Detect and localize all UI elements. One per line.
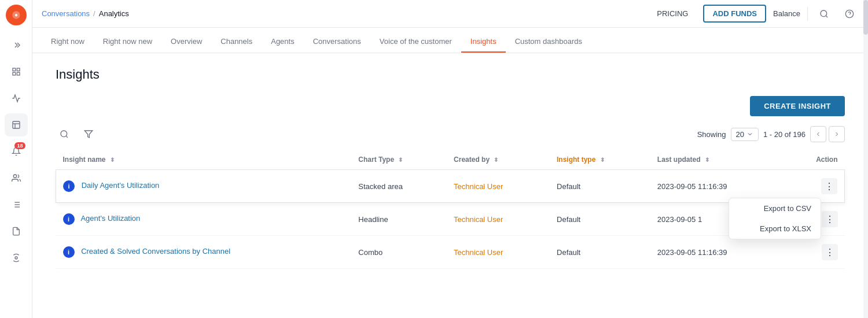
topbar-divider (807, 7, 808, 21)
row1-action-button[interactable]: ⋮ (821, 178, 837, 194)
svg-marker-23 (84, 131, 92, 138)
sidebar-item-settings[interactable] (5, 246, 28, 269)
svg-line-18 (826, 16, 827, 17)
svg-point-21 (61, 131, 67, 137)
app-logo[interactable]: ● (6, 5, 27, 25)
tab-channels[interactable]: Channels (211, 31, 262, 53)
action-bar: CREATE INSIGHT (56, 96, 845, 116)
row3-action-button[interactable]: ⋮ (822, 244, 838, 260)
sidebar-item-log[interactable] (5, 220, 28, 243)
prev-page-button[interactable] (810, 126, 826, 142)
sidebar-item-list[interactable] (5, 193, 28, 216)
left-sidebar: ● 18 (0, 0, 32, 318)
table-row: i Daily Agent's Utilization Stacked area… (56, 170, 845, 203)
tab-overview[interactable]: Overview (161, 31, 211, 53)
svg-text:●: ● (14, 12, 17, 18)
row1-insight-name-link[interactable]: Daily Agent's Utilization (82, 181, 160, 190)
topbar: Conversations / Analytics PRICING ADD FU… (32, 0, 868, 28)
svg-rect-4 (13, 72, 16, 75)
export-csv-item[interactable]: Export to CSV (729, 198, 821, 219)
breadcrumb-conversations[interactable]: Conversations (42, 9, 90, 18)
svg-rect-5 (17, 72, 20, 75)
breadcrumb: Conversations / Analytics (42, 9, 129, 18)
sort-chart-type-icon: ⬍ (398, 157, 403, 163)
tab-conversations[interactable]: Conversations (304, 31, 370, 53)
sidebar-item-grid[interactable] (5, 60, 28, 83)
svg-rect-2 (13, 68, 16, 71)
svg-point-9 (13, 175, 16, 178)
row1-insight-type: Default (550, 170, 650, 203)
showing-label: Showing (697, 130, 726, 139)
sidebar-item-notifications[interactable]: 18 (5, 140, 28, 163)
page-title: Insights (56, 67, 845, 82)
svg-rect-3 (17, 68, 20, 71)
help-button[interactable] (840, 5, 859, 23)
sidebar-item-reports[interactable] (5, 113, 28, 136)
create-insight-button[interactable]: CREATE INSIGHT (750, 96, 845, 116)
pagination-buttons (810, 126, 845, 142)
svg-point-17 (821, 10, 827, 17)
tab-right-now-new[interactable]: Right now new (94, 31, 161, 53)
col-created-by[interactable]: Created by ⬍ (447, 150, 550, 170)
showing-select[interactable]: 20 (731, 128, 759, 141)
row1-chart-type: Stacked area (351, 170, 447, 203)
table-row: i Agent's Utilization Headline Technical… (56, 203, 845, 236)
tab-agents[interactable]: Agents (262, 31, 303, 53)
sidebar-item-inbox[interactable] (5, 87, 28, 110)
sidebar-item-users[interactable] (5, 167, 28, 190)
filter-right: Showing 20 1 - 20 of 196 (697, 126, 845, 142)
nav-tabs: Right now Right now new Overview Channel… (32, 28, 868, 53)
content-area: Insights CREATE INSIGHT Showing (32, 53, 868, 318)
balance-label: Balance (773, 9, 800, 18)
breadcrumb-separator: / (93, 9, 95, 18)
row3-insight-name-cell: i Created & Solved Conversations by Chan… (56, 236, 352, 269)
search-filter-button[interactable] (56, 125, 73, 143)
next-page-button[interactable] (829, 126, 845, 142)
svg-point-16 (15, 257, 17, 259)
row2-action-button[interactable]: ⋮ (822, 211, 838, 227)
export-xlsx-item[interactable]: Export to XLSX (729, 219, 821, 239)
row3-insight-name-link[interactable]: Created & Solved Conversations by Channe… (81, 247, 230, 256)
add-funds-button[interactable]: ADD FUNDS (703, 5, 766, 23)
row3-insight-type: Default (550, 236, 650, 269)
row3-info-icon: i (63, 246, 75, 258)
row1-info-icon: i (63, 180, 75, 192)
tab-custom-dashboards[interactable]: Custom dashboards (506, 31, 591, 53)
row2-info-icon: i (63, 213, 75, 225)
tab-right-now[interactable]: Right now (42, 31, 94, 53)
row1-created-by: Technical User (447, 170, 550, 203)
search-button[interactable] (815, 5, 833, 23)
filter-left (56, 125, 97, 143)
sort-last-updated-icon: ⬍ (705, 157, 709, 163)
row1-action-cell: ⋮ Export to CSV Export to XLSX (787, 170, 845, 203)
showing-value: 20 (736, 130, 744, 139)
scrollbar-thumb[interactable] (863, 0, 868, 35)
col-chart-type[interactable]: Chart Type ⬍ (351, 150, 447, 170)
filter-button[interactable] (80, 125, 97, 143)
tab-insights[interactable]: Insights (461, 31, 506, 53)
main-area: Conversations / Analytics PRICING ADD FU… (32, 0, 868, 318)
sort-created-by-icon: ⬍ (494, 157, 498, 163)
table-row: i Created & Solved Conversations by Chan… (56, 236, 845, 269)
pagination-label: 1 - 20 of 196 (763, 130, 806, 139)
row2-created-by: Technical User (447, 203, 550, 236)
row3-created-by: Technical User (447, 236, 550, 269)
row1-insight-name-cell: i Daily Agent's Utilization (56, 170, 352, 203)
col-last-updated[interactable]: Last updated ⬍ (650, 150, 787, 170)
col-action: Action (787, 150, 845, 170)
row3-action-cell: ⋮ (787, 236, 845, 269)
col-insight-name[interactable]: Insight name ⬍ (56, 150, 352, 170)
pricing-button[interactable]: PRICING (649, 6, 696, 21)
row2-insight-name-link[interactable]: Agent's Utilization (80, 214, 140, 223)
scrollbar[interactable] (863, 0, 868, 318)
sidebar-item-expand[interactable] (5, 34, 28, 57)
row2-insight-type: Default (550, 203, 650, 236)
sort-insight-name-icon: ⬍ (110, 157, 115, 163)
svg-rect-6 (13, 121, 20, 128)
insights-table: Insight name ⬍ Chart Type ⬍ Created by ⬍ (56, 150, 845, 269)
col-insight-type[interactable]: Insight type ⬍ (550, 150, 650, 170)
filter-bar: Showing 20 1 - 20 of 196 (56, 125, 845, 143)
action-dropdown-menu: Export to CSV Export to XLSX (729, 198, 821, 239)
tab-voice[interactable]: Voice of the customer (370, 31, 461, 53)
sort-insight-type-icon: ⬍ (600, 157, 605, 163)
